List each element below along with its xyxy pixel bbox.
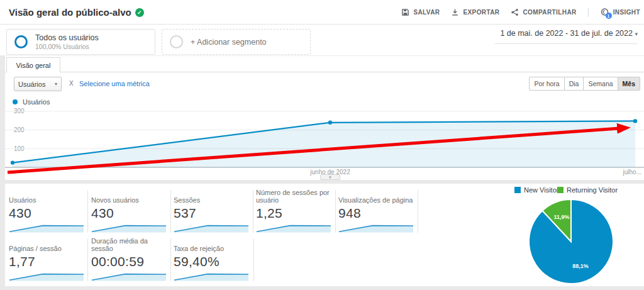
- insight-label: INSIGHT: [613, 9, 640, 16]
- caret-down-icon: ▾: [635, 31, 638, 37]
- chart-legend-label: Usuários: [23, 98, 50, 106]
- scorecard-label: Visualizações de página: [338, 189, 418, 204]
- segment-ring-icon: [14, 35, 28, 48]
- add-segment-ring-icon: [170, 35, 183, 48]
- granularity-day-button[interactable]: Dia: [565, 77, 584, 91]
- tab-overview[interactable]: Visão geral: [6, 57, 60, 72]
- page-title: Visão geral do público-alvo ✓: [9, 0, 144, 25]
- select-metric-link[interactable]: Selecione uma métrica: [79, 80, 150, 87]
- scorecard-label: Páginas / sessão: [9, 237, 88, 252]
- scorecard-divider: [170, 238, 171, 281]
- page-title-text: Visão geral do público-alvo: [9, 7, 131, 18]
- caret-down-icon: ▾: [55, 81, 57, 87]
- pie-slice-label-returning: 11,9%: [553, 214, 569, 220]
- sparkline-chart: [174, 223, 249, 233]
- actions-divider: [588, 8, 589, 17]
- scorecard-divider: [87, 238, 88, 281]
- scorecard-divider: [87, 190, 88, 233]
- header-actions: SALVAR EXPORTAR COMPARTILHAR 1 INSIGHT: [401, 0, 640, 25]
- granularity-switcher: Por hora Dia Semana Mês: [529, 77, 640, 91]
- report-header: Visão geral do público-alvo ✓ SALVAR EXP…: [0, 0, 644, 25]
- scorecard-label: Duração média da sessão: [91, 237, 170, 252]
- metric-dropdown-value: Usuários: [18, 81, 45, 88]
- save-button[interactable]: SALVAR: [401, 8, 440, 16]
- insight-count-badge: 1: [606, 13, 612, 19]
- scorecard-divider: [335, 190, 336, 233]
- scorecard-label: Número de sessões por usuário: [256, 189, 335, 204]
- verified-check-icon: ✓: [135, 8, 144, 17]
- share-button[interactable]: COMPARTILHAR: [511, 8, 576, 16]
- export-label: EXPORTAR: [463, 9, 499, 16]
- save-icon: [401, 8, 409, 16]
- scorecard-value: 59,40%: [174, 254, 253, 269]
- pie-svg: [508, 189, 634, 289]
- granularity-week-button[interactable]: Semana: [584, 77, 618, 91]
- scorecard-divider: [253, 190, 253, 233]
- scorecard-divider: [170, 190, 171, 233]
- users-series-dot-icon: [13, 99, 18, 104]
- scorecard-users[interactable]: Usuários 430: [9, 189, 88, 233]
- scorecard-value: 430: [91, 206, 170, 221]
- timeline-collapse-button[interactable]: ▼: [320, 174, 340, 180]
- download-icon: [451, 8, 459, 16]
- scorecard-label: Taxa de rejeição: [174, 237, 253, 252]
- scorecard-pages-per-session[interactable]: Páginas / sessão 1,77: [9, 237, 88, 281]
- scorecard-value: 00:00:59: [91, 254, 170, 269]
- sparkline-chart: [91, 271, 167, 281]
- segments-bar: Todos os usuários 100,00% Usuários + Adi…: [0, 25, 644, 56]
- scorecard-divider: [253, 238, 254, 281]
- export-button[interactable]: EXPORTAR: [451, 8, 499, 16]
- sparkline-chart: [174, 271, 249, 281]
- explorer-panel: Usuários ▾ X Selecione uma métrica Por h…: [5, 72, 644, 180]
- users-area-chart[interactable]: [5, 108, 644, 169]
- metric-dropdown[interactable]: Usuários ▾: [14, 77, 62, 91]
- insight-button[interactable]: 1 INSIGHT: [600, 8, 640, 17]
- sparkline-chart: [9, 271, 84, 281]
- scorecard-value: 1,77: [9, 254, 88, 269]
- scorecard-new-users[interactable]: Novos usuários 430: [91, 189, 170, 233]
- scorecard-value: 537: [174, 206, 253, 221]
- segment-title: Todos os usuários: [35, 33, 99, 42]
- add-segment-label: + Adicionar segmento: [191, 38, 267, 47]
- date-range-text: 1 de mai. de 2022 - 31 de jul. de 2022: [500, 29, 633, 38]
- scorecard-label: Novos usuários: [91, 189, 170, 204]
- share-label: COMPARTILHAR: [523, 9, 576, 16]
- scorecard-label: Usuários: [9, 189, 88, 204]
- segment-all-users[interactable]: Todos os usuários 100,00% Usuários: [6, 29, 155, 55]
- x-label-july: julho...: [623, 169, 641, 176]
- granularity-hourly-button[interactable]: Por hora: [529, 77, 564, 91]
- x-label-left: ...: [10, 169, 15, 176]
- sparkline-chart: [256, 223, 331, 233]
- share-icon: [511, 8, 519, 16]
- segment-subtitle: 100,00% Usuários: [35, 43, 99, 50]
- sparkline-chart: [91, 223, 167, 233]
- chart-legend: Usuários: [13, 98, 50, 106]
- visitor-type-pie-chart[interactable]: 88,1% 11,9%: [508, 189, 634, 289]
- scorecard-label: Sessões: [174, 189, 253, 204]
- scorecard-divider: [418, 190, 418, 233]
- scorecard-value: 948: [338, 206, 418, 221]
- vs-label: X: [69, 80, 74, 87]
- pie-slice-label-new: 88,1%: [572, 263, 589, 269]
- scorecard-value: 1,25: [256, 206, 335, 221]
- sparkline-chart: [9, 223, 84, 233]
- scorecard-pageviews[interactable]: Visualizações de página 948: [338, 189, 418, 233]
- tab-row-background: [5, 56, 644, 72]
- scorecard-sessions[interactable]: Sessões 537: [174, 189, 253, 233]
- add-segment-button[interactable]: + Adicionar segmento: [162, 29, 311, 55]
- scorecard-value: 430: [9, 206, 88, 221]
- save-label: SALVAR: [413, 9, 440, 16]
- summary-panel: Usuários 430 Novos usuários 430 Sessões …: [5, 184, 644, 286]
- scorecard-bounce-rate[interactable]: Taxa de rejeição 59,40%: [174, 237, 253, 281]
- date-range-selector[interactable]: 1 de mai. de 2022 - 31 de jul. de 2022 ▾: [494, 29, 638, 44]
- granularity-month-button[interactable]: Mês: [618, 77, 640, 91]
- scorecard-sessions-per-user[interactable]: Número de sessões por usuário 1,25: [256, 189, 335, 233]
- scorecard-avg-session-duration[interactable]: Duração média da sessão 00:00:59: [91, 237, 170, 281]
- sparkline-chart: [338, 223, 414, 233]
